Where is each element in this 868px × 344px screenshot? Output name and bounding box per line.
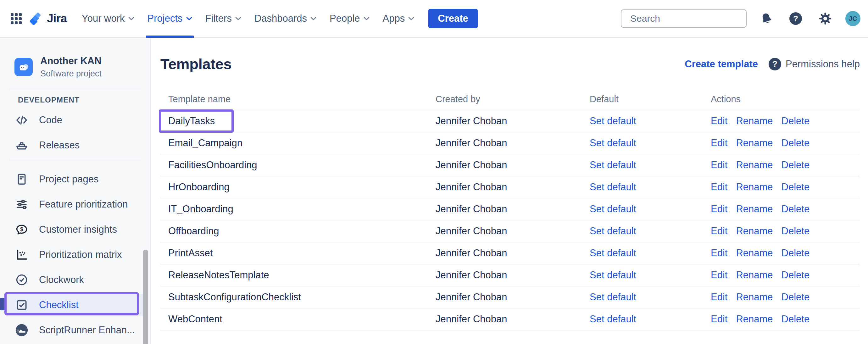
sidebar-item-releases[interactable]: Releases xyxy=(5,134,145,156)
chevron-down-icon xyxy=(186,17,192,21)
nav-item-apps[interactable]: Apps xyxy=(376,0,421,37)
help-button[interactable]: ? xyxy=(786,9,805,28)
rename-link[interactable]: Rename xyxy=(736,247,773,259)
delete-link[interactable]: Delete xyxy=(781,137,810,149)
code-icon xyxy=(14,113,29,127)
user-avatar[interactable]: JC xyxy=(845,11,861,26)
edit-link[interactable]: Edit xyxy=(711,159,727,171)
set-default-link[interactable]: Set default xyxy=(590,247,636,258)
delete-link[interactable]: Delete xyxy=(781,247,810,259)
set-default-link[interactable]: Set default xyxy=(590,270,636,280)
jira-logo[interactable]: Jira xyxy=(29,11,67,26)
document-icon xyxy=(14,172,29,186)
set-default-link[interactable]: Set default xyxy=(590,291,636,303)
create-button[interactable]: Create xyxy=(428,9,478,28)
project-header: Another KAN Software project xyxy=(0,38,150,79)
set-default-link[interactable]: Set default xyxy=(590,181,636,192)
delete-link[interactable]: Delete xyxy=(781,116,810,127)
rename-link[interactable]: Rename xyxy=(736,313,773,325)
template-name: SubtaskConfigurationChecklist xyxy=(160,291,436,303)
table-row: ReleaseNotesTemplate Jennifer Choban Set… xyxy=(160,264,860,286)
rename-link[interactable]: Rename xyxy=(736,137,773,149)
topnav-right-group: ? JC xyxy=(621,8,861,29)
created-by: Jennifer Choban xyxy=(436,291,590,303)
rename-link[interactable]: Rename xyxy=(736,159,773,171)
sidebar-divider xyxy=(9,160,141,160)
sidebar-item-feature-prioritization[interactable]: Feature prioritization xyxy=(5,194,145,215)
grid-glyph xyxy=(11,13,22,24)
nav-item-people[interactable]: People xyxy=(323,0,376,37)
scriptrunner-sneaker-icon xyxy=(14,323,29,337)
table-row: FacilitiesOnboarding Jennifer Choban Set… xyxy=(160,154,860,177)
created-by: Jennifer Choban xyxy=(436,116,590,127)
set-default-link[interactable]: Set default xyxy=(590,137,636,149)
created-by: Jennifer Choban xyxy=(436,313,590,325)
nav-item-your-work[interactable]: Your work xyxy=(75,0,141,37)
search-input[interactable] xyxy=(630,13,752,24)
rename-link[interactable]: Rename xyxy=(736,225,773,237)
scatter-chart-icon xyxy=(14,247,29,262)
nav-item-dashboards[interactable]: Dashboards xyxy=(248,0,323,37)
nav-item-filters[interactable]: Filters xyxy=(199,0,248,37)
app-switcher-icon[interactable] xyxy=(7,10,25,27)
rename-link[interactable]: Rename xyxy=(736,291,773,303)
set-default-link[interactable]: Set default xyxy=(590,116,636,126)
gear-icon xyxy=(818,12,832,26)
set-default-link[interactable]: Set default xyxy=(590,225,636,237)
sidebar-item-scriptrunner[interactable]: ScriptRunner Enhan... xyxy=(5,319,145,341)
svg-text:$: $ xyxy=(20,226,23,232)
sidebar-item-code[interactable]: Code xyxy=(5,110,145,131)
table-header-row: Template name Created by Default Actions xyxy=(160,88,860,111)
edit-link[interactable]: Edit xyxy=(711,137,727,149)
permissions-help[interactable]: ? Permissions help xyxy=(769,58,860,70)
create-template-link[interactable]: Create template xyxy=(685,59,758,70)
rename-link[interactable]: Rename xyxy=(736,204,773,215)
settings-button[interactable] xyxy=(815,8,835,29)
ship-icon xyxy=(14,138,29,153)
edit-link[interactable]: Edit xyxy=(711,291,727,303)
set-default-link[interactable]: Set default xyxy=(590,204,636,214)
delete-link[interactable]: Delete xyxy=(781,204,810,215)
notifications-button[interactable] xyxy=(757,9,776,28)
chevron-down-icon xyxy=(310,17,316,21)
sidebar-item-customer-insights[interactable]: $ Customer insights xyxy=(5,219,145,240)
created-by: Jennifer Choban xyxy=(436,159,590,171)
sidebar-item-project-pages[interactable]: Project pages xyxy=(5,168,145,190)
delete-link[interactable]: Delete xyxy=(781,225,810,237)
delete-link[interactable]: Delete xyxy=(781,291,810,303)
delete-link[interactable]: Delete xyxy=(781,270,810,281)
edit-link[interactable]: Edit xyxy=(711,247,727,259)
column-header-actions: Actions xyxy=(711,94,860,104)
sidebar-item-clockwork[interactable]: Clockwork xyxy=(5,269,145,290)
project-name: Another KAN xyxy=(40,55,101,67)
header-actions: Create template ? Permissions help xyxy=(685,58,860,70)
sidebar-divider xyxy=(9,89,141,89)
set-default-link[interactable]: Set default xyxy=(590,313,636,324)
table-row: HrOnboarding Jennifer Choban Set default… xyxy=(160,177,860,198)
question-mark-icon: ? xyxy=(769,58,781,70)
set-default-link[interactable]: Set default xyxy=(590,159,636,170)
sidebar-apps-list: Project pages Feature prioritization xyxy=(0,168,150,341)
delete-link[interactable]: Delete xyxy=(781,313,810,325)
search-box[interactable] xyxy=(621,9,747,28)
sidebar-item-checklist[interactable]: Checklist xyxy=(5,294,145,316)
templates-table: Template name Created by Default Actions… xyxy=(160,88,860,331)
sidebar-scrollbar[interactable] xyxy=(143,250,148,344)
delete-link[interactable]: Delete xyxy=(781,181,810,193)
created-by: Jennifer Choban xyxy=(436,181,590,193)
bell-icon xyxy=(760,12,773,25)
edit-link[interactable]: Edit xyxy=(711,181,727,193)
table-row: PrintAsset Jennifer Choban Set default E… xyxy=(160,243,860,264)
edit-link[interactable]: Edit xyxy=(711,270,727,281)
project-sidebar: Another KAN Software project DEVELOPMENT… xyxy=(0,38,151,344)
edit-link[interactable]: Edit xyxy=(711,204,727,215)
edit-link[interactable]: Edit xyxy=(711,225,727,237)
sidebar-item-prioritization-matrix[interactable]: Prioritization matrix xyxy=(5,244,145,265)
rename-link[interactable]: Rename xyxy=(736,181,773,193)
rename-link[interactable]: Rename xyxy=(736,270,773,281)
rename-link[interactable]: Rename xyxy=(736,116,773,127)
nav-item-projects[interactable]: Projects xyxy=(141,0,199,37)
edit-link[interactable]: Edit xyxy=(711,116,727,127)
delete-link[interactable]: Delete xyxy=(781,159,810,171)
edit-link[interactable]: Edit xyxy=(711,313,727,325)
